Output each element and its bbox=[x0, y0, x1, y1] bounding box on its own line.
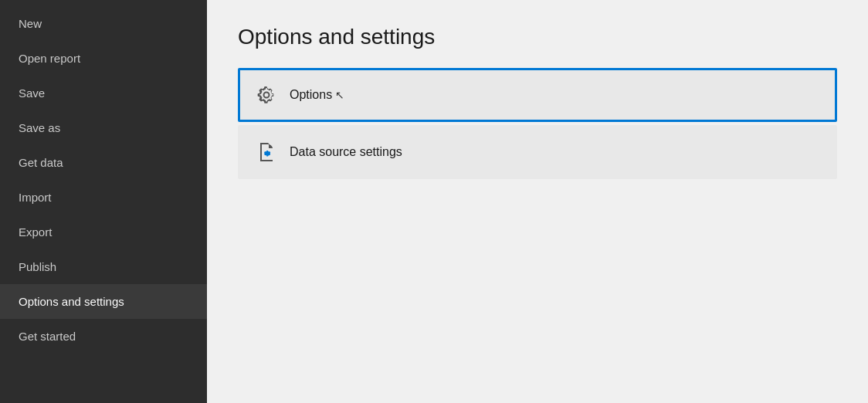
sidebar-item-publish[interactable]: Publish bbox=[0, 249, 207, 284]
settings-item-options[interactable]: Options ↖ bbox=[238, 68, 837, 122]
sidebar-item-save-as[interactable]: Save as bbox=[0, 110, 207, 145]
main-content: Options and settings Options ↖ Data sour… bbox=[207, 0, 868, 403]
page-title: Options and settings bbox=[238, 25, 837, 49]
sidebar: NewOpen reportSaveSave asGet dataImportE… bbox=[0, 0, 207, 403]
sidebar-item-open-report[interactable]: Open report bbox=[0, 41, 207, 76]
settings-item-data-source-settings[interactable]: Data source settings bbox=[238, 125, 837, 179]
cursor-indicator: ↖ bbox=[332, 89, 344, 101]
sidebar-item-import[interactable]: Import bbox=[0, 180, 207, 215]
sidebar-item-get-data[interactable]: Get data bbox=[0, 145, 207, 180]
settings-item-label: Data source settings bbox=[290, 145, 402, 159]
gear-icon bbox=[256, 84, 277, 106]
sidebar-item-options-and-settings[interactable]: Options and settings bbox=[0, 284, 207, 319]
sidebar-item-save[interactable]: Save bbox=[0, 76, 207, 110]
settings-item-label: Options ↖ bbox=[290, 88, 344, 102]
settings-list: Options ↖ Data source settings bbox=[238, 68, 837, 179]
sidebar-item-get-started[interactable]: Get started bbox=[0, 319, 207, 354]
sidebar-item-export[interactable]: Export bbox=[0, 215, 207, 249]
sidebar-item-new[interactable]: New bbox=[0, 6, 207, 41]
datasource-icon bbox=[256, 141, 277, 163]
